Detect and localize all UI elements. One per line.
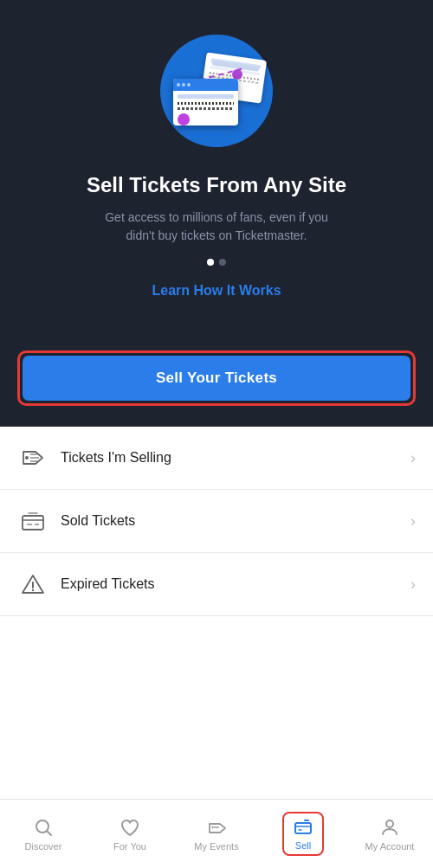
sold-tickets-icon — [17, 505, 48, 537]
hero-section: Sell Tickets From Any Site Get access to… — [0, 0, 433, 333]
my-events-label: My Events — [194, 841, 238, 852]
svg-point-0 — [25, 456, 29, 460]
nav-sell[interactable]: Sell — [260, 800, 346, 868]
tickets-selling-item[interactable]: Tickets I'm Selling › — [0, 427, 433, 490]
sell-label: Sell — [295, 840, 311, 851]
sell-icon — [293, 817, 313, 838]
sold-tickets-item[interactable]: Sold Tickets › — [0, 490, 433, 553]
svg-point-13 — [211, 826, 213, 827]
my-events-icon — [206, 817, 227, 838]
for-you-label: For You — [113, 841, 146, 852]
tickets-selling-label: Tickets I'm Selling — [61, 450, 410, 466]
nav-my-account[interactable]: My Account — [346, 800, 433, 868]
nav-discover[interactable]: Discover — [0, 800, 87, 868]
sold-tickets-label: Sold Tickets — [61, 513, 410, 529]
hero-subtitle: Get access to millions of fans, even if … — [95, 209, 338, 245]
discover-icon — [33, 817, 54, 838]
tickets-selling-icon — [17, 442, 48, 473]
svg-line-11 — [48, 831, 52, 835]
expired-tickets-item[interactable]: Expired Tickets › — [0, 553, 433, 616]
sell-your-tickets-button[interactable]: Sell Your Tickets — [23, 356, 410, 401]
discover-label: Discover — [25, 841, 62, 852]
sell-button-section: Sell Your Tickets — [0, 333, 433, 427]
ticket-graphic — [173, 56, 260, 125]
nav-my-events[interactable]: My Events — [173, 800, 260, 868]
page-dots — [207, 259, 226, 266]
chevron-icon-sold: › — [410, 512, 416, 530]
for-you-icon — [120, 817, 140, 838]
sell-active-wrapper: Sell — [282, 812, 324, 856]
my-account-label: My Account — [365, 841, 415, 852]
ticket-front — [173, 79, 238, 125]
learn-how-link[interactable]: Learn How It Works — [152, 283, 281, 299]
nav-for-you[interactable]: For You — [87, 800, 173, 868]
svg-rect-14 — [295, 823, 311, 833]
expired-tickets-icon — [17, 569, 48, 600]
hero-title: Sell Tickets From Any Site — [87, 171, 346, 198]
chevron-icon-selling: › — [410, 449, 416, 467]
sell-button-highlight: Sell Your Tickets — [17, 350, 416, 406]
my-account-icon — [379, 817, 400, 838]
expired-tickets-label: Expired Tickets — [61, 576, 410, 592]
dot-2 — [219, 259, 226, 266]
bottom-nav: Discover For You My Events — [0, 799, 433, 868]
chevron-icon-expired: › — [410, 575, 416, 594]
hero-illustration — [160, 35, 273, 147]
list-section: Tickets I'm Selling › Sold Tickets › — [0, 427, 433, 616]
svg-point-9 — [32, 589, 34, 591]
svg-point-17 — [386, 820, 393, 827]
dot-1 — [207, 259, 214, 266]
svg-rect-4 — [23, 516, 43, 530]
